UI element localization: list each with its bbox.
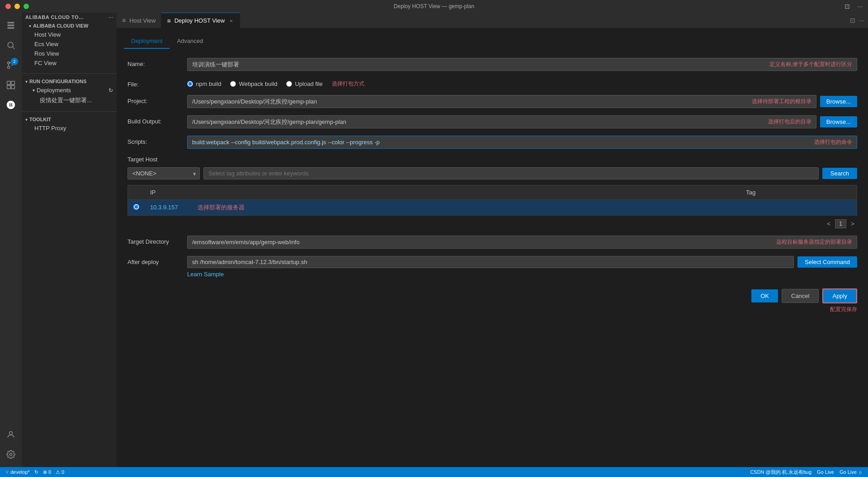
row-radio[interactable]: [133, 204, 139, 210]
errors-status[interactable]: ⊗ 0: [43, 469, 51, 475]
name-hint: 定义名称,便于多个配置时进行区分: [769, 61, 852, 68]
tab-host-view-label: Host View: [129, 17, 156, 24]
radio-group: npm build Webpack build Upload file 选择打包…: [187, 78, 857, 88]
target-directory-input[interactable]: [192, 239, 772, 246]
sidebar-item-fc-view[interactable]: FC View: [22, 58, 117, 68]
run-configurations-header[interactable]: ▾ RUN CONFIGURATIONS: [22, 77, 117, 85]
file-row: File: npm build Webpack build: [127, 78, 857, 88]
branch-status[interactable]: ⑂ develop*: [5, 469, 30, 475]
target-host-section: Target Host <NONE> ▾ Search: [127, 156, 857, 228]
explorer-icon[interactable]: [2, 16, 20, 34]
alibaba-cloud-view-group[interactable]: ▾ ALIBABA CLOUD VIEW: [22, 22, 117, 30]
sidebar: ALIBABA CLOUD TO... ··· ▾ ALIBABA CLOUD …: [22, 13, 117, 467]
next-page-button[interactable]: >: [848, 219, 857, 228]
file-label: File:: [127, 78, 182, 88]
project-input-wrapper: 选择待部署工程的根目录: [187, 95, 816, 108]
deployments-group[interactable]: ▾ Deployments ↻: [22, 85, 117, 95]
scripts-label: Scripts:: [127, 136, 182, 145]
select-command-button[interactable]: Select Command: [797, 256, 857, 268]
minimize-button[interactable]: [14, 4, 20, 9]
svg-point-6: [8, 66, 10, 69]
target-directory-label: Target Directory: [127, 236, 182, 245]
titlebar: Deploy HOST View — gemp-plan ⊡ ···: [0, 0, 868, 13]
cancel-button[interactable]: Cancel: [782, 289, 819, 303]
maximize-button[interactable]: [24, 4, 29, 9]
close-button[interactable]: [5, 4, 11, 9]
warnings-count: ⚠ 0: [56, 469, 64, 475]
svg-point-12: [9, 431, 13, 434]
chevron-down-icon-run: ▾: [25, 79, 28, 84]
after-deploy-input[interactable]: [187, 256, 794, 268]
scripts-input[interactable]: [192, 139, 810, 146]
project-browse-button[interactable]: Browse...: [820, 96, 857, 107]
go-live-label[interactable]: Go Live: [817, 469, 834, 475]
account-icon[interactable]: [2, 425, 20, 444]
tab-deployment[interactable]: Deployment: [124, 34, 170, 49]
build-output-browse-button[interactable]: Browse...: [820, 116, 857, 128]
tab-advanced[interactable]: Advanced: [170, 34, 210, 49]
prev-page-button[interactable]: <: [824, 219, 833, 228]
more-options-icon[interactable]: ···: [859, 17, 864, 24]
sync-status[interactable]: ↻: [34, 469, 38, 475]
editor-area: ≡ Host View ≡ Deploy HOST View × ⊡ ··· D…: [117, 13, 868, 467]
after-deploy-label: After deploy: [127, 256, 182, 265]
search-icon[interactable]: [2, 36, 20, 54]
row-ip-hint: 选择部署的服务器: [198, 204, 245, 211]
warnings-status[interactable]: ⚠ 0: [56, 469, 64, 475]
build-output-input-wrapper: 选择打包后的目录: [187, 115, 816, 128]
tab-host-view[interactable]: ≡ Host View: [117, 13, 161, 28]
target-host-label: Target Host: [127, 156, 857, 163]
learn-sample-link[interactable]: Learn Sample: [187, 271, 224, 278]
settings-icon[interactable]: [2, 445, 20, 463]
cloud-section-more[interactable]: ···: [108, 14, 113, 20]
svg-point-13: [10, 453, 12, 456]
row-tag-cell: [741, 200, 857, 216]
tab-host-view-icon: ≡: [122, 17, 126, 24]
status-right: CSDN @我的.机.永远有bug Go Live Go Live ☼: [750, 469, 863, 476]
radio-webpack-build[interactable]: Webpack build: [230, 80, 277, 87]
project-label: Project:: [127, 95, 182, 104]
cloud-section-header[interactable]: ALIBABA CLOUD TO... ···: [22, 13, 117, 22]
ok-button[interactable]: OK: [751, 289, 778, 302]
search-button[interactable]: Search: [822, 168, 857, 179]
table-row[interactable]: 10.3.9.157 选择部署的服务器: [128, 200, 857, 216]
radio-webpack-label: Webpack build: [239, 80, 277, 87]
name-input[interactable]: [192, 61, 765, 68]
tag-select-wrapper: <NONE> ▾: [127, 167, 200, 179]
radio-upload-file[interactable]: Upload file: [286, 80, 322, 87]
deployments-label: Deployments: [37, 87, 71, 94]
alibaba-cloud-icon[interactable]: [2, 96, 20, 114]
radio-upload-label: Upload file: [295, 80, 322, 87]
radio-npm-build[interactable]: npm build: [187, 80, 221, 87]
toolkit-header[interactable]: ▾ TOOLKIT: [22, 115, 117, 123]
bottom-actions: OK Cancel Apply 配置完保存: [127, 285, 857, 303]
project-input[interactable]: [192, 98, 747, 105]
source-control-icon[interactable]: 2: [2, 56, 20, 74]
split-view-icon[interactable]: ⊡: [850, 17, 855, 24]
after-deploy-input-row: Select Command: [187, 256, 857, 268]
build-output-label: Build Output:: [127, 115, 182, 125]
tag-select[interactable]: <NONE>: [127, 167, 200, 179]
status-left: ⑂ develop* ↻ ⊗ 0 ⚠ 0: [5, 469, 64, 475]
split-editor-icon[interactable]: ⊡: [844, 3, 850, 10]
go-live-sun-label[interactable]: Go Live ☼: [840, 469, 863, 475]
deployment-item[interactable]: 疫情处置一键部署...: [22, 95, 117, 106]
refresh-icon[interactable]: ↻: [108, 87, 113, 94]
branch-icon: ⑂: [5, 469, 9, 475]
apply-button[interactable]: Apply: [822, 288, 857, 303]
file-control: npm build Webpack build Upload file 选择打包…: [187, 78, 857, 88]
sidebar-item-ros-view[interactable]: Ros View: [22, 49, 117, 58]
more-actions-icon[interactable]: ···: [857, 3, 863, 10]
errors-count: ⊗ 0: [43, 469, 51, 475]
sidebar-item-ecs-view[interactable]: Ecs View: [22, 39, 117, 49]
build-output-input[interactable]: [192, 118, 764, 125]
file-hint: 选择打包方式: [332, 80, 364, 88]
sidebar-item-host-view[interactable]: Host View: [22, 30, 117, 39]
cloud-section-label: ALIBABA CLOUD TO...: [25, 14, 84, 20]
tab-deploy-host-view[interactable]: ≡ Deploy HOST View ×: [161, 13, 240, 28]
tab-deploy-icon: ≡: [167, 17, 170, 24]
extensions-icon[interactable]: [2, 76, 20, 94]
keyword-input[interactable]: [203, 167, 819, 179]
tab-close-icon[interactable]: ×: [228, 17, 234, 24]
sidebar-item-http-proxy[interactable]: HTTP Proxy: [22, 123, 117, 133]
